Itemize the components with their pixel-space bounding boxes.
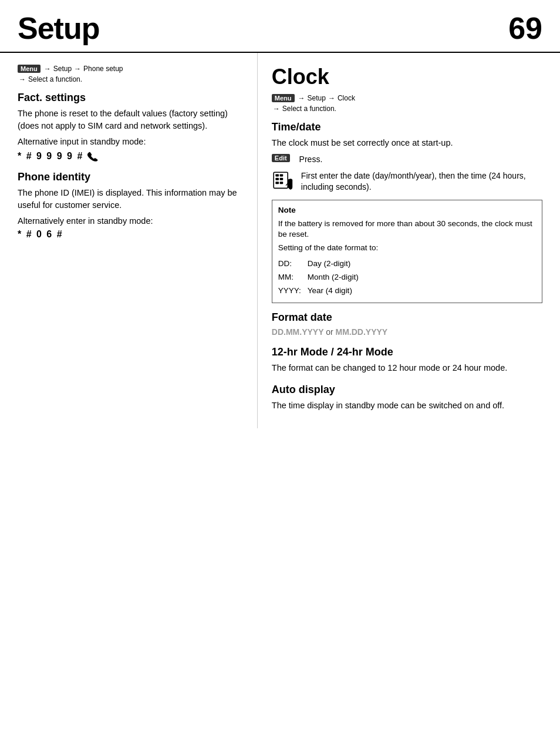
time-date-body: The clock must be set correctly once at … xyxy=(272,137,542,149)
right-nav-path: Menu → Setup → Clock xyxy=(272,94,542,102)
phone-identity-code: * # 0 6 # xyxy=(18,229,243,240)
nav-step1-right: Setup xyxy=(308,94,326,102)
phone-handset-icon xyxy=(86,150,99,163)
page-number: 69 xyxy=(508,11,542,46)
left-nav-select: → Select a function. xyxy=(18,75,243,83)
nav-arrow-2-left: → xyxy=(74,65,81,73)
note-table-value: Day (2-digit) xyxy=(308,257,536,271)
svg-rect-6 xyxy=(279,182,283,184)
left-column: Menu → Setup → Phone setup → Select a fu… xyxy=(0,53,258,428)
fact-settings-body: The phone is reset to the default values… xyxy=(18,108,243,132)
numpad-description: First enter the date (day/month/year), t… xyxy=(301,170,542,193)
svg-rect-2 xyxy=(279,174,283,176)
page-title: Setup xyxy=(18,11,99,46)
note-table-key: DD: xyxy=(278,257,308,271)
note-table-value: Year (4 digit) xyxy=(308,284,536,298)
format-date-text: DD.MM.YYYY or MM.DD.YYYY xyxy=(272,327,542,337)
note-table-key: MM: xyxy=(278,271,308,284)
svg-rect-3 xyxy=(275,177,279,180)
edit-action-text: Press. xyxy=(299,154,323,166)
svg-rect-5 xyxy=(275,182,279,184)
nav-step2-right: Clock xyxy=(338,94,355,102)
fact-alt-label: Alternative input in standby mode: xyxy=(18,137,243,146)
note-line2: Setting of the date format to: xyxy=(278,243,536,254)
svg-rect-1 xyxy=(275,174,279,176)
menu-badge-left: Menu xyxy=(18,65,41,73)
note-box: Note If the battery is removed for more … xyxy=(272,200,542,303)
edit-badge: Edit xyxy=(272,154,290,162)
hr-mode-body: The format can be changed to 12 hour mod… xyxy=(272,362,542,374)
menu-badge-right: Menu xyxy=(272,94,295,102)
nav-arrow-3-left: → xyxy=(19,75,26,83)
phone-identity-body: The phone ID (IMEI) is displayed. This i… xyxy=(18,187,243,211)
numpad-icon xyxy=(272,170,295,194)
note-table-row: MM:Month (2-digit) xyxy=(278,271,536,284)
fact-settings-heading: Fact. settings xyxy=(18,92,243,104)
phone-identity-alt-label: Alternatively enter in standby mode: xyxy=(18,216,243,226)
nav-arrow-3-right: → xyxy=(273,105,280,113)
nav-arrow-1-right: → xyxy=(298,94,305,102)
note-table-key: YYYY: xyxy=(278,284,308,298)
note-table-value: Month (2-digit) xyxy=(308,271,536,284)
fact-code: * # 9 9 9 9 # xyxy=(18,150,243,163)
note-table-row: DD:Day (2-digit) xyxy=(278,257,536,271)
note-label: Note xyxy=(278,205,536,216)
edit-press-row: Edit Press. xyxy=(272,154,542,166)
content-area: Menu → Setup → Phone setup → Select a fu… xyxy=(0,53,560,428)
auto-display-body: The time display in standby mode can be … xyxy=(272,399,542,412)
nav-arrow-1-left: → xyxy=(44,65,51,73)
nav-arrow-2-right: → xyxy=(328,94,335,102)
nav-step3-right: Select a function. xyxy=(282,105,336,113)
svg-rect-4 xyxy=(279,177,283,180)
nav-step2-left: Phone setup xyxy=(83,65,123,73)
hr-mode-heading: 12-hr Mode / 24-hr Mode xyxy=(272,346,542,358)
right-nav-select: → Select a function. xyxy=(272,105,542,113)
note-table-row: YYYY:Year (4 digit) xyxy=(278,284,536,298)
note-table: DD:Day (2-digit)MM:Month (2-digit)YYYY:Y… xyxy=(278,257,536,298)
numpad-row: First enter the date (day/month/year), t… xyxy=(272,170,542,194)
clock-heading: Clock xyxy=(272,65,542,89)
phone-identity-heading: Phone identity xyxy=(18,171,243,183)
right-column: Clock Menu → Setup → Clock → Select a fu… xyxy=(258,53,560,428)
nav-step3-left: Select a function. xyxy=(28,75,82,83)
left-nav-path: Menu → Setup → Phone setup xyxy=(18,65,243,73)
auto-display-heading: Auto display xyxy=(272,384,542,396)
nav-step1-left: Setup xyxy=(53,65,72,73)
page-header: Setup 69 xyxy=(0,0,560,53)
time-date-heading: Time/date xyxy=(272,121,542,133)
note-line1: If the battery is removed for more than … xyxy=(278,219,536,241)
format-date-heading: Format date xyxy=(272,311,542,324)
